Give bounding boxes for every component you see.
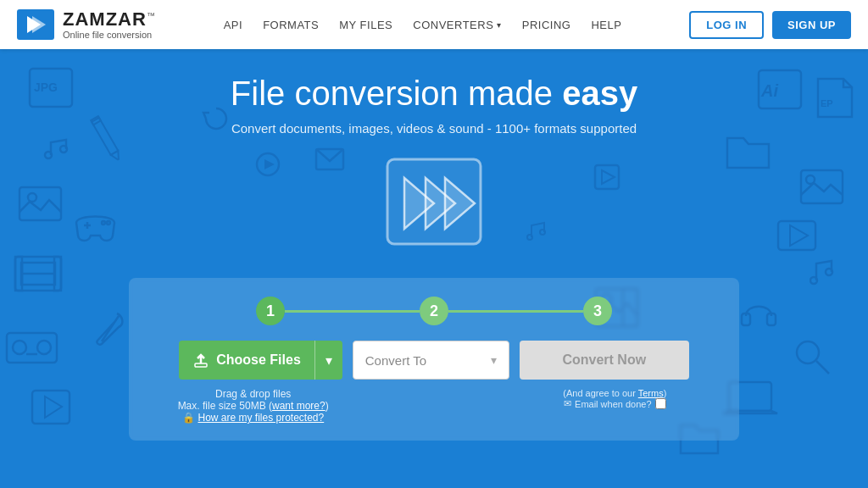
svg-rect-36 <box>778 221 815 250</box>
svg-rect-10 <box>54 257 61 291</box>
svg-point-46 <box>540 230 545 235</box>
steps-row: 1 2 3 <box>256 297 612 325</box>
hero-section: JPG <box>0 49 868 488</box>
svg-marker-1 <box>32 16 46 33</box>
svg-rect-54 <box>195 363 207 367</box>
protected-link-area: 🔒 How are my files protected? <box>163 412 343 424</box>
svg-rect-8 <box>15 257 61 291</box>
nav-links: API FORMATS MY FILES CONVERTERS PRICING … <box>224 19 622 31</box>
svg-rect-34 <box>801 170 843 203</box>
nav-buttons: LOG IN SIGN UP <box>689 11 851 39</box>
choose-files-main: Choose Files <box>179 341 314 380</box>
nav-myfiles[interactable]: MY FILES <box>339 19 392 31</box>
svg-rect-29 <box>742 313 750 325</box>
logo-name: ZAMZAR™ <box>63 10 156 29</box>
svg-point-25 <box>107 221 110 225</box>
svg-point-26 <box>797 341 819 363</box>
hero-subtitle: Convert documents, images, videos & soun… <box>0 121 868 136</box>
svg-marker-41 <box>264 159 275 169</box>
svg-rect-11 <box>21 263 55 285</box>
svg-marker-37 <box>790 225 808 246</box>
svg-point-15 <box>13 341 26 354</box>
choose-files-dropdown-arrow[interactable]: ▾ <box>315 341 342 380</box>
choose-files-button[interactable]: Choose Files ▾ <box>179 341 342 380</box>
nav-pricing[interactable]: PRICING <box>522 19 571 31</box>
convert-to-label: Convert To <box>365 353 426 368</box>
nav-formats[interactable]: FORMATS <box>263 19 319 31</box>
svg-point-5 <box>60 146 67 152</box>
file-info: Drag & drop files Max. file size 50MB (w… <box>163 388 343 424</box>
svg-rect-42 <box>316 149 343 169</box>
svg-rect-43 <box>595 165 619 189</box>
svg-point-7 <box>28 193 36 202</box>
svg-point-38 <box>810 277 817 284</box>
nav-help[interactable]: HELP <box>591 19 621 31</box>
upload-icon <box>192 352 209 369</box>
drag-drop-text: Drag & drop files <box>163 388 343 400</box>
email-label: Email when done? <box>575 399 652 409</box>
svg-rect-9 <box>15 257 22 291</box>
email-checkbox[interactable] <box>655 398 666 409</box>
hero-title: File conversion made easy <box>0 75 868 113</box>
terms-link[interactable]: Terms <box>638 388 664 398</box>
logo-area: ZAMZAR™ Online file conversion <box>17 9 156 40</box>
svg-marker-20 <box>111 151 123 163</box>
svg-marker-44 <box>602 170 615 184</box>
info-row: Drag & drop files Max. file size 50MB (w… <box>154 388 714 424</box>
svg-point-40 <box>257 153 279 175</box>
convert-now-button[interactable]: Convert Now <box>520 341 689 380</box>
svg-point-24 <box>102 221 105 225</box>
step-1-circle: 1 <box>256 297 285 325</box>
step-2-circle: 2 <box>420 297 448 325</box>
nav-api[interactable]: API <box>224 19 242 31</box>
svg-point-16 <box>37 341 51 354</box>
logo-icon <box>17 9 54 40</box>
email-icon: ✉ <box>564 398 571 409</box>
nav-converters[interactable]: CONVERTERS <box>413 19 502 31</box>
svg-rect-30 <box>767 313 776 325</box>
convert-to-arrow: ▾ <box>491 353 497 367</box>
play-sketch[interactable] <box>379 152 489 254</box>
signup-button[interactable]: SIGN UP <box>772 11 851 39</box>
want-more-link[interactable]: want more? <box>272 400 326 412</box>
svg-rect-14 <box>7 333 57 363</box>
logo-text: ZAMZAR™ Online file conversion <box>63 10 156 40</box>
protected-link[interactable]: How are my files protected? <box>198 412 324 424</box>
agree-info: (And agree to our Terms) ✉ Email when do… <box>525 388 705 409</box>
svg-marker-18 <box>45 396 62 418</box>
svg-rect-17 <box>32 391 70 424</box>
svg-point-4 <box>45 152 52 158</box>
login-button[interactable]: LOG IN <box>689 11 764 39</box>
convert-to-button[interactable]: Convert To ▾ <box>353 341 509 380</box>
actions-row: Choose Files ▾ Convert To ▾ Convert Now <box>154 341 714 380</box>
email-row: ✉ Email when done? <box>525 398 705 409</box>
step-3-circle: 3 <box>583 297 612 325</box>
conversion-box: 1 2 3 Choose Files ▾ <box>129 278 739 441</box>
max-size-text: Max. file size 50MB (want more?) <box>163 400 343 412</box>
svg-point-45 <box>527 235 532 240</box>
svg-point-39 <box>826 269 832 275</box>
svg-line-27 <box>816 361 829 374</box>
logo-subtitle: Online file conversion <box>63 30 156 40</box>
svg-point-35 <box>806 175 815 184</box>
navbar: ZAMZAR™ Online file conversion API FORMA… <box>0 0 868 49</box>
step-line-1 <box>285 310 420 313</box>
step-line-2 <box>448 310 583 313</box>
svg-rect-6 <box>19 187 61 220</box>
